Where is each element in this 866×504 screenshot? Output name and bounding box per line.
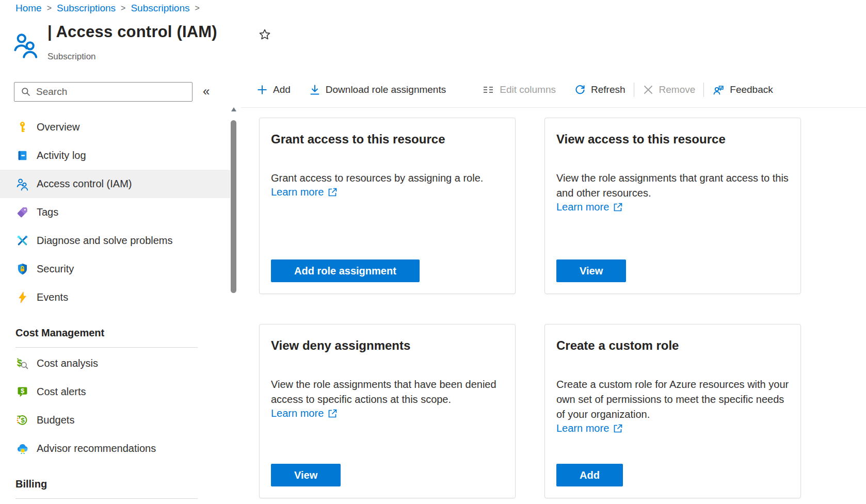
external-link-icon bbox=[613, 202, 623, 213]
search-input[interactable] bbox=[35, 86, 192, 98]
sidebar-item-label: Cost alerts bbox=[37, 386, 86, 398]
sidebar-item-label: Access control (IAM) bbox=[37, 178, 132, 190]
learn-more-label: Learn more bbox=[556, 422, 609, 434]
learn-more-link[interactable]: Learn more bbox=[556, 201, 623, 213]
toolbar-label: Edit columns bbox=[500, 84, 556, 95]
access-control-icon bbox=[15, 177, 29, 191]
scrollbar-up-arrow-icon[interactable] bbox=[231, 107, 236, 111]
toolbar-label: Remove bbox=[659, 84, 696, 95]
sidebar-item-access-control-iam[interactable]: Access control (IAM) bbox=[0, 170, 230, 198]
card-grant-access: Grant access to this resource Grant acce… bbox=[259, 118, 516, 294]
card-description: View the role assignments that grant acc… bbox=[556, 171, 789, 201]
section-divider bbox=[15, 498, 198, 499]
sidebar-item-cost-analysis[interactable]: $ Cost analysis bbox=[0, 349, 230, 378]
breadcrumb-separator: > bbox=[195, 4, 200, 13]
sidebar-item-budgets[interactable]: $ Budgets bbox=[0, 406, 230, 434]
x-icon bbox=[643, 84, 654, 95]
tag-icon bbox=[15, 205, 29, 219]
add-button[interactable]: Add bbox=[256, 84, 291, 95]
card-description: Grant access to resources by assigning a… bbox=[271, 171, 504, 186]
remove-button: Remove bbox=[643, 84, 696, 95]
budgets-icon: $ bbox=[15, 413, 29, 427]
search-icon bbox=[21, 87, 31, 97]
download-icon bbox=[309, 84, 320, 95]
edit-columns-button: Edit columns bbox=[482, 84, 556, 95]
lightning-icon bbox=[15, 290, 29, 304]
sidebar-item-advisor-recommendations[interactable]: Advisor recommendations bbox=[0, 434, 230, 463]
activity-log-icon bbox=[15, 149, 29, 162]
breadcrumb-separator: > bbox=[121, 4, 125, 13]
view-deny-assignments-button[interactable]: View bbox=[271, 464, 341, 486]
scrollbar-thumb[interactable] bbox=[231, 120, 236, 293]
sidebar-item-tags[interactable]: Tags bbox=[0, 198, 230, 226]
add-custom-role-button[interactable]: Add bbox=[556, 464, 623, 486]
toolbar-divider bbox=[241, 107, 866, 108]
breadcrumb-link-subscriptions[interactable]: Subscriptions bbox=[57, 3, 116, 14]
sidebar-item-events[interactable]: Events bbox=[0, 283, 230, 312]
toolbar-separator bbox=[703, 83, 704, 97]
columns-icon bbox=[482, 84, 494, 95]
cost-alerts-icon: $ bbox=[15, 385, 29, 399]
sidebar-item-label: Cost analysis bbox=[37, 357, 98, 369]
card-title: View access to this resource bbox=[556, 132, 789, 147]
learn-more-link[interactable]: Learn more bbox=[556, 422, 623, 434]
refresh-icon bbox=[574, 84, 586, 95]
toolbar: Add Download role assignments Edit colum… bbox=[256, 75, 773, 105]
toolbar-label: Feedback bbox=[730, 84, 773, 95]
sidebar-item-cost-alerts[interactable]: $ Cost alerts bbox=[0, 378, 230, 406]
sidebar-section-cost-management: Cost Management bbox=[15, 327, 237, 342]
external-link-icon bbox=[327, 408, 338, 419]
card-title: Create a custom role bbox=[556, 338, 789, 353]
sidebar-item-label: Overview bbox=[37, 121, 79, 133]
learn-more-link[interactable]: Learn more bbox=[271, 186, 338, 198]
section-divider bbox=[15, 347, 198, 348]
learn-more-label: Learn more bbox=[556, 201, 609, 213]
card-description: View the role assignments that have been… bbox=[271, 377, 504, 407]
breadcrumb-link-home[interactable]: Home bbox=[15, 3, 42, 14]
feedback-button[interactable]: Feedback bbox=[712, 84, 773, 96]
shield-lock-icon bbox=[15, 262, 29, 276]
download-role-assignments-button[interactable]: Download role assignments bbox=[309, 84, 446, 95]
toolbar-label: Refresh bbox=[591, 84, 626, 95]
sidebar-item-label: Security bbox=[37, 263, 74, 275]
breadcrumb-link-subscriptions-2[interactable]: Subscriptions bbox=[131, 3, 189, 14]
sidebar-section-billing: Billing bbox=[15, 478, 237, 493]
card-create-custom-role: Create a custom role Create a custom rol… bbox=[544, 324, 801, 498]
star-icon[interactable] bbox=[258, 28, 271, 43]
key-icon bbox=[15, 120, 29, 134]
external-link-icon bbox=[327, 187, 338, 198]
toolbar-separator bbox=[634, 83, 634, 97]
advisor-cloud-icon bbox=[15, 442, 29, 456]
card-title: View deny assignments bbox=[271, 338, 504, 353]
card-title: Grant access to this resource bbox=[271, 132, 504, 147]
card-view-deny-assignments: View deny assignments View the role assi… bbox=[259, 324, 516, 498]
sidebar-scrollbar[interactable] bbox=[230, 103, 237, 504]
learn-more-label: Learn more bbox=[271, 408, 324, 419]
plus-icon bbox=[256, 84, 268, 95]
sidebar-item-diagnose-and-solve-problems[interactable]: Diagnose and solve problems bbox=[0, 226, 230, 255]
page-subtitle: Subscription bbox=[47, 52, 96, 62]
add-role-assignment-button[interactable]: Add role assignment bbox=[271, 259, 420, 282]
sidebar-item-label: Tags bbox=[37, 206, 58, 218]
sidebar-item-overview[interactable]: Overview bbox=[0, 113, 230, 141]
collapse-sidebar-icon[interactable]: « bbox=[203, 83, 210, 100]
sidebar-item-label: Activity log bbox=[37, 150, 86, 161]
sidebar-nav: Overview Activity log Acc bbox=[0, 113, 237, 499]
svg-text:$: $ bbox=[21, 387, 25, 395]
iam-people-icon bbox=[13, 31, 40, 61]
cost-analysis-icon: $ bbox=[15, 356, 29, 370]
view-access-button[interactable]: View bbox=[556, 259, 626, 282]
breadcrumb: Home > Subscriptions > Subscriptions > bbox=[15, 3, 200, 14]
sidebar-item-security[interactable]: Security bbox=[0, 255, 230, 283]
refresh-button[interactable]: Refresh bbox=[574, 84, 626, 95]
card-description: Create a custom role for Azure resources… bbox=[556, 377, 789, 422]
sidebar-item-label: Advisor recommendations bbox=[37, 443, 156, 454]
diagnose-tools-icon bbox=[15, 234, 29, 248]
sidebar-item-label: Events bbox=[37, 291, 68, 303]
learn-more-link[interactable]: Learn more bbox=[271, 408, 338, 419]
card-view-access: View access to this resource View the ro… bbox=[544, 118, 801, 294]
search-box[interactable] bbox=[14, 82, 193, 102]
page-title: | Access control (IAM) bbox=[47, 23, 217, 41]
sidebar-item-activity-log[interactable]: Activity log bbox=[0, 141, 230, 170]
feedback-icon bbox=[712, 84, 725, 96]
